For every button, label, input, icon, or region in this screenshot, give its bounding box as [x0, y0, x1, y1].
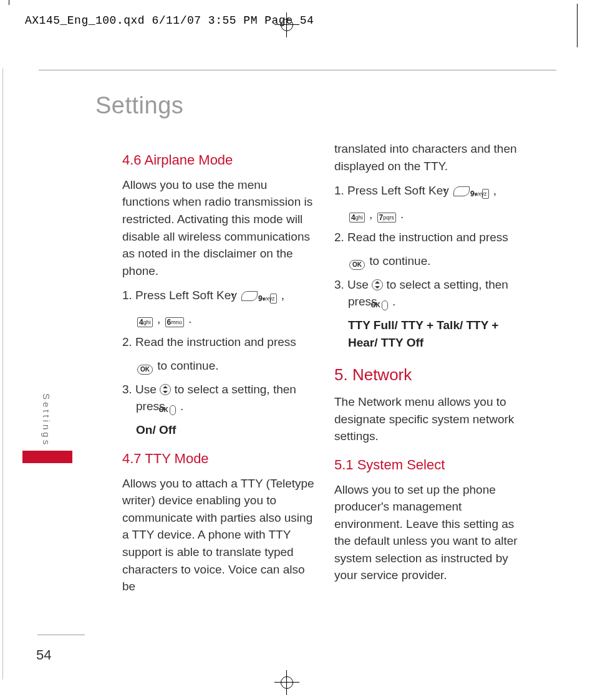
text: . — [188, 312, 191, 325]
key-4-icon: 4ghi — [349, 213, 365, 223]
registration-mark-bottom — [274, 670, 299, 695]
nav-key-icon — [372, 279, 383, 290]
text: , — [281, 289, 284, 302]
step-4-6-2b: OK to continue. — [122, 357, 316, 375]
nav-key-icon — [160, 384, 171, 395]
para-5-1: Allows you to set up the phone producer'… — [334, 481, 528, 584]
step-4-7-1b: 4ghi , 7pqrs . — [334, 206, 528, 223]
column-right: translated into characters and then disp… — [334, 140, 528, 592]
step-4-7-2: 2. Read the instruction and press — [334, 229, 528, 246]
step-4-6-1: 1. Press Left Soft Key , 9wxyz , — [122, 287, 316, 304]
step-4-6-3: 3. Use to select a setting, then press O… — [122, 381, 316, 416]
ok-key-icon: OK — [382, 300, 388, 310]
step-4-7-3: 3. Use to select a setting, then press O… — [334, 276, 528, 311]
key-6-icon: 6mno — [165, 317, 184, 327]
text: . — [400, 208, 404, 221]
text: , — [493, 184, 496, 197]
page-title: Settings — [95, 92, 183, 119]
heading-4-6: 4.6 Airplane Mode — [122, 150, 316, 170]
step-4-7-1: 1. Press Left Soft Key , 9wxyz , — [334, 182, 528, 199]
para-4-6: Allows you to use the menu functions whe… — [122, 176, 316, 279]
step-4-6-2: 2. Read the instruction and press — [122, 333, 316, 351]
text: 3. Use — [334, 278, 372, 291]
text: 3. Use — [122, 383, 160, 396]
heading-5-1: 5.1 System Select — [334, 455, 528, 475]
text: 1. Press Left Soft Key — [334, 184, 452, 197]
text: to continue. — [369, 254, 430, 267]
crop-mark — [577, 4, 578, 47]
footer-rule — [37, 635, 85, 635]
key-9-icon: 9wxyz — [482, 189, 489, 199]
ok-key-icon: OK — [137, 365, 153, 375]
registration-mark-top — [274, 12, 299, 37]
text: , — [369, 208, 376, 221]
text: to continue. — [157, 359, 218, 372]
text: . — [180, 400, 183, 413]
para-4-7-cont: translated into characters and then disp… — [334, 140, 528, 175]
step-4-6-1b: 4ghi , 6mno . — [122, 310, 316, 328]
left-soft-key-icon — [241, 291, 258, 301]
text: , — [157, 312, 164, 325]
ok-key-icon: OK — [170, 405, 176, 415]
slug-line: AX145_Eng_100.qxd 6/11/07 3:55 PM Page 5… — [25, 14, 314, 27]
para-5: The Network menu allows you to designate… — [334, 393, 528, 445]
text: . — [392, 295, 395, 308]
para-4-7: Allows you to attach a TTY (Teletype wri… — [122, 475, 316, 595]
header-rule — [39, 70, 556, 70]
text: 2. Read the instruction and press — [122, 335, 296, 348]
page-number: 54 — [36, 647, 51, 663]
key-9-icon: 9wxyz — [270, 294, 277, 304]
key-7-icon: 7pqrs — [377, 213, 396, 223]
ok-key-icon: OK — [349, 260, 365, 270]
step-4-6-3-options: On/ Off — [122, 421, 316, 439]
text: 2. Read the instruction and press — [334, 231, 508, 244]
side-tab-label: Settings — [41, 393, 52, 447]
side-tab-bar — [22, 451, 72, 463]
text: 1. Press Left Soft Key — [122, 289, 240, 302]
heading-5: 5. Network — [334, 363, 528, 387]
step-4-7-2b: OK to continue. — [334, 252, 528, 270]
step-4-7-3-options: TTY Full/ TTY + Talk/ TTY + Hear/ TTY Of… — [334, 317, 528, 351]
side-tab: Settings — [41, 393, 72, 463]
key-4-icon: 4ghi — [137, 317, 153, 327]
left-soft-key-icon — [453, 186, 470, 196]
trim-line-left — [2, 69, 3, 679]
heading-4-7: 4.7 TTY Mode — [122, 449, 316, 469]
column-left: 4.6 Airplane Mode Allows you to use the … — [122, 140, 316, 603]
